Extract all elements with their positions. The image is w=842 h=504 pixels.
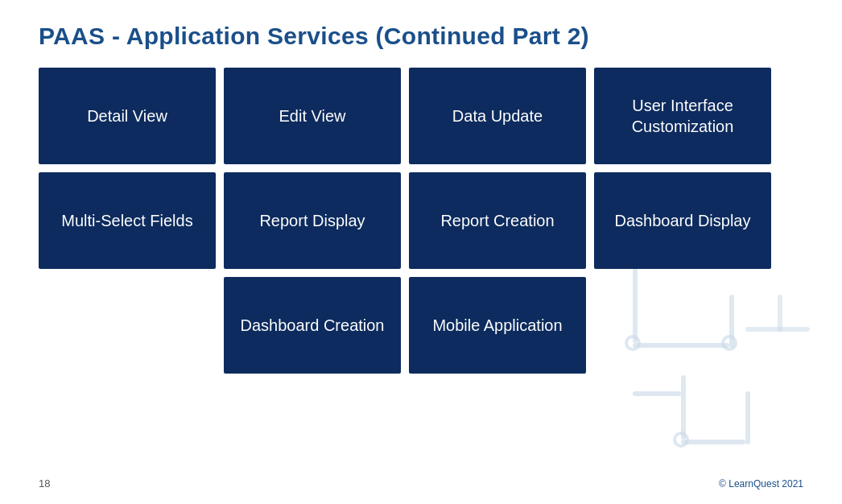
grid-row-2: Multi-Select Fields Report Display Repor… [39, 172, 803, 269]
card-detail-view-label: Detail View [87, 105, 167, 126]
copyright: © LearnQuest 2021 [719, 478, 803, 490]
grid-row-1: Detail View Edit View Data Update User I… [39, 68, 803, 164]
card-edit-view[interactable]: Edit View [224, 68, 401, 164]
card-multi-select-fields[interactable]: Multi-Select Fields [39, 172, 216, 269]
placeholder-left [39, 277, 216, 374]
card-dashboard-creation-label: Dashboard Creation [241, 315, 385, 336]
card-mobile-application[interactable]: Mobile Application [409, 277, 586, 374]
card-data-update[interactable]: Data Update [409, 68, 586, 164]
card-report-display-label: Report Display [259, 210, 365, 231]
card-detail-view[interactable]: Detail View [39, 68, 216, 164]
card-report-creation-label: Report Creation [440, 210, 554, 231]
footer: 18 © LearnQuest 2021 [39, 477, 803, 490]
placeholder-right [594, 277, 771, 374]
card-ui-customization-label: User Interface Customization [594, 95, 771, 137]
card-ui-customization[interactable]: User Interface Customization [594, 68, 771, 164]
card-mobile-application-label: Mobile Application [432, 315, 562, 336]
card-dashboard-creation[interactable]: Dashboard Creation [224, 277, 401, 374]
card-dashboard-display-label: Dashboard Display [615, 210, 751, 231]
svg-rect-3 [681, 375, 686, 440]
svg-point-9 [675, 433, 687, 446]
svg-rect-5 [745, 391, 750, 444]
page-title: PAAS - Application Services (Continued P… [39, 23, 803, 50]
card-grid: Detail View Edit View Data Update User I… [39, 68, 803, 374]
card-report-creation[interactable]: Report Creation [409, 172, 586, 269]
svg-rect-4 [681, 440, 745, 444]
grid-row-3: Dashboard Creation Mobile Application [39, 277, 803, 374]
card-edit-view-label: Edit View [279, 105, 345, 126]
card-multi-select-fields-label: Multi-Select Fields [61, 210, 192, 231]
card-dashboard-display[interactable]: Dashboard Display [594, 172, 771, 269]
card-report-display[interactable]: Report Display [224, 172, 401, 269]
svg-rect-6 [633, 391, 681, 396]
page: PAAS - Application Services (Continued P… [0, 0, 842, 504]
card-data-update-label: Data Update [452, 105, 543, 126]
page-number: 18 [39, 477, 50, 490]
